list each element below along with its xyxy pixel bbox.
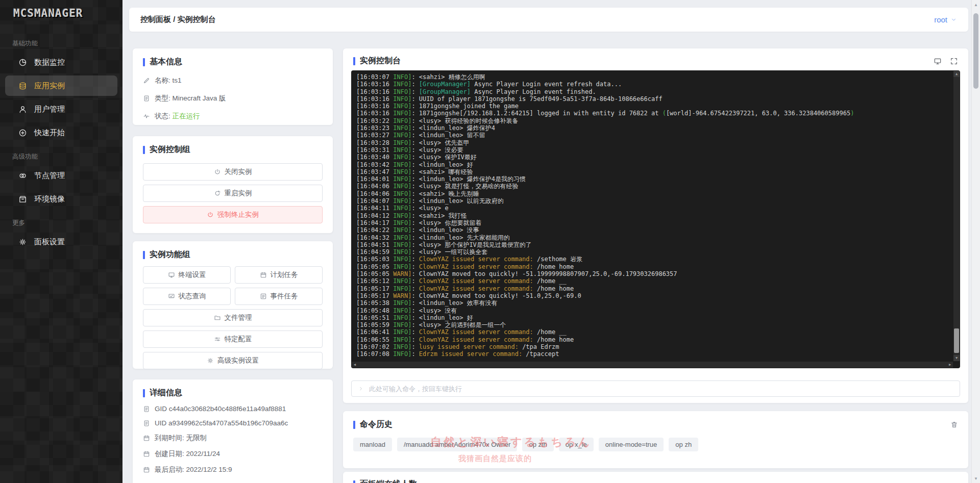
- control-group-title-text: 实例控制组: [150, 144, 190, 155]
- history-title-text: 命令历史: [360, 419, 393, 430]
- scroll-left-icon[interactable]: ◀: [352, 362, 358, 368]
- file-management-button[interactable]: 文件管理: [143, 309, 323, 326]
- title-accent-bar: [353, 480, 355, 483]
- sidebar-section-label: 更多: [12, 217, 122, 228]
- sidebar-item-quick-start[interactable]: 快速开始: [5, 122, 117, 143]
- console-line: [16:04:06 INFO]: <sahzi> 晚上先别睡: [356, 190, 951, 197]
- scroll-down-icon[interactable]: ▼: [953, 355, 960, 361]
- history-chip[interactable]: op x_le: [559, 438, 594, 451]
- console-line: [16:03:42 INFO]: <lindun_leo> 好: [356, 161, 951, 168]
- terminal-vertical-scrollbar[interactable]: ▲ ▼: [953, 71, 960, 361]
- console-header: 实例控制台: [353, 56, 958, 66]
- history-chip[interactable]: manload: [353, 438, 392, 451]
- info-row-text: 最后启动: 2022/12/2 15:9: [155, 465, 232, 474]
- console-line: [16:04:11 INFO]: <lusy> e: [356, 205, 951, 212]
- console-line: [16:04:06 INFO]: <lusy> 就是打怪，交易啥的有经验: [356, 183, 951, 190]
- user-icon: [18, 105, 27, 114]
- sidebar-item-app-instances[interactable]: 应用实例: [5, 75, 117, 96]
- console-line: [16:03:40 INFO]: <lusy> 保护IV最好: [356, 154, 951, 161]
- display-icon[interactable]: [934, 57, 942, 65]
- sidebar-section-label: 高级功能: [12, 151, 122, 162]
- fullscreen-icon[interactable]: [950, 57, 958, 65]
- stop-instance-button[interactable]: 关闭实例: [143, 163, 323, 181]
- sidebar-item-label: 应用实例: [34, 81, 65, 91]
- pie-icon: [18, 58, 27, 67]
- calendar-icon: [143, 450, 150, 457]
- button-label: 高级实例设置: [217, 356, 259, 365]
- history-chip[interactable]: /manuadd amberAdorim470x Owner: [397, 438, 518, 451]
- control-group-card: 实例控制组 关闭实例重启实例强制终止实例: [133, 136, 333, 233]
- history-chip[interactable]: op zth: [522, 438, 553, 451]
- vertical-scroll-thumb[interactable]: [954, 328, 959, 353]
- plus-icon: [18, 129, 27, 137]
- status-query-button[interactable]: 状态查询: [143, 288, 231, 305]
- command-history-card: 命令历史 manload/manuadd amberAdorim470x Own…: [343, 411, 968, 468]
- advanced-instance-settings-button[interactable]: 高级实例设置: [143, 352, 323, 369]
- page-scroll-thumb[interactable]: [973, 13, 978, 89]
- monitor-icon: [168, 271, 175, 278]
- console-line: [16:03:16 INFO]: [GroupManager] Async Pl…: [356, 81, 951, 88]
- console-line: [16:03:16 INFO]: [GroupManager] Async Pl…: [356, 88, 951, 95]
- trash-icon[interactable]: [950, 421, 958, 428]
- info-row: 创建日期: 2022/11/24: [143, 449, 323, 459]
- button-label: 文件管理: [225, 313, 252, 322]
- detail-info-title-text: 详细信息: [150, 388, 182, 398]
- console-line: [16:03:47 INFO]: <sahzi> 哪有经验: [356, 168, 951, 175]
- console-terminal[interactable]: [16:03:07 INFO]: <sahzi> 精修怎么用啊[16:03:16…: [351, 70, 960, 368]
- sidebar-item-node-management[interactable]: 节点管理: [5, 165, 117, 186]
- folder-icon: [214, 314, 221, 321]
- user-menu[interactable]: root: [934, 15, 957, 24]
- function-buttons: 终端设置计划任务状态查询事件任务文件管理特定配置高级实例设置: [143, 266, 323, 369]
- info-row: UID a9349962c5fa4707a554b196c709aa6c: [143, 419, 323, 427]
- console-title-text: 实例控制台: [360, 56, 401, 66]
- title-accent-bar: [143, 251, 145, 259]
- console-line: [16:03:31 INFO]: <lusy> 没必要: [356, 146, 951, 154]
- sidebar-item-label: 用户管理: [34, 105, 65, 114]
- console-line: [16:04:22 INFO]: <lindun_leo> 没事: [356, 226, 951, 234]
- sidebar-item-user-management[interactable]: 用户管理: [5, 99, 117, 119]
- command-input-box[interactable]: [351, 380, 960, 397]
- page-scroll-up-icon[interactable]: ▲: [972, 1, 980, 8]
- terminal-horizontal-scrollbar[interactable]: ◀ ▶: [352, 362, 953, 368]
- console-line: [16:04:12 INFO]: <sahzi> 我打怪: [356, 212, 951, 219]
- console-log: [16:03:07 INFO]: <sahzi> 精修怎么用啊[16:03:16…: [356, 73, 951, 360]
- info-row: 状态: 正在运行: [143, 112, 323, 121]
- online-players-title-text: 面板端在线人数: [360, 479, 417, 483]
- console-line: [16:05:51 INFO]: <lindun_leo> 好: [356, 314, 951, 321]
- event-tasks-button[interactable]: 事件任务: [235, 288, 323, 305]
- history-chip[interactable]: op zh: [669, 438, 698, 451]
- control-buttons: 关闭实例重启实例强制终止实例: [143, 163, 323, 223]
- calendar-icon: [143, 466, 150, 473]
- kill-instance-button[interactable]: 强制终止实例: [143, 206, 323, 223]
- mcsmanager-app: MCSMANAGER 基础功能数据监控应用实例用户管理快速开始高级功能节点管理环…: [0, 0, 980, 483]
- gear-icon: [18, 238, 27, 246]
- scheduled-tasks-button[interactable]: 计划任务: [235, 266, 323, 284]
- page-scrollbar[interactable]: ▲ ▼: [971, 0, 980, 483]
- console-line: [16:03:16 INFO]: 1871gongshe joined the …: [356, 103, 951, 110]
- console-line: [16:04:59 INFO]: <lusy> 一组可以换全套: [356, 248, 951, 256]
- scroll-right-icon[interactable]: ▶: [947, 362, 953, 368]
- sidebar-item-panel-settings[interactable]: 面板设置: [5, 232, 117, 252]
- sidebar-nav: 基础功能数据监控应用实例用户管理快速开始高级功能节点管理环境镜像更多面板设置: [0, 30, 122, 255]
- title-accent-bar: [143, 146, 145, 154]
- online-players-card: 面板端在线人数: [343, 472, 968, 483]
- console-line: [16:05:38 INFO]: <lindun_leo> 效率有没有: [356, 299, 951, 307]
- power-icon: [214, 168, 221, 175]
- specific-config-button[interactable]: 特定配置: [143, 331, 323, 348]
- restart-instance-button[interactable]: 重启实例: [143, 185, 323, 202]
- command-input[interactable]: [368, 385, 953, 393]
- console-line: [16:06:41 INFO]: ClownYAZ issued server …: [356, 328, 951, 336]
- sidebar-item-env-images[interactable]: 环境镜像: [5, 189, 117, 209]
- function-group-card: 实例功能组 终端设置计划任务状态查询事件任务文件管理特定配置高级实例设置: [133, 241, 333, 369]
- terminal-settings-button[interactable]: 终端设置: [143, 266, 231, 284]
- scroll-up-icon[interactable]: ▲: [953, 71, 960, 77]
- activity-icon: [143, 113, 150, 120]
- console-line: [16:06:55 INFO]: ClownYAZ issued server …: [356, 336, 951, 343]
- sidebar-item-data-monitor[interactable]: 数据监控: [5, 52, 117, 72]
- status-value: 正在运行: [173, 112, 200, 121]
- status-icon: [168, 293, 175, 300]
- page-scroll-down-icon[interactable]: ▼: [972, 475, 980, 482]
- history-chip[interactable]: online-mode=true: [599, 438, 664, 451]
- basic-info-title-text: 基本信息: [150, 57, 182, 67]
- console-line: [16:07:08 INFO]: Edrzm issued server com…: [356, 350, 951, 358]
